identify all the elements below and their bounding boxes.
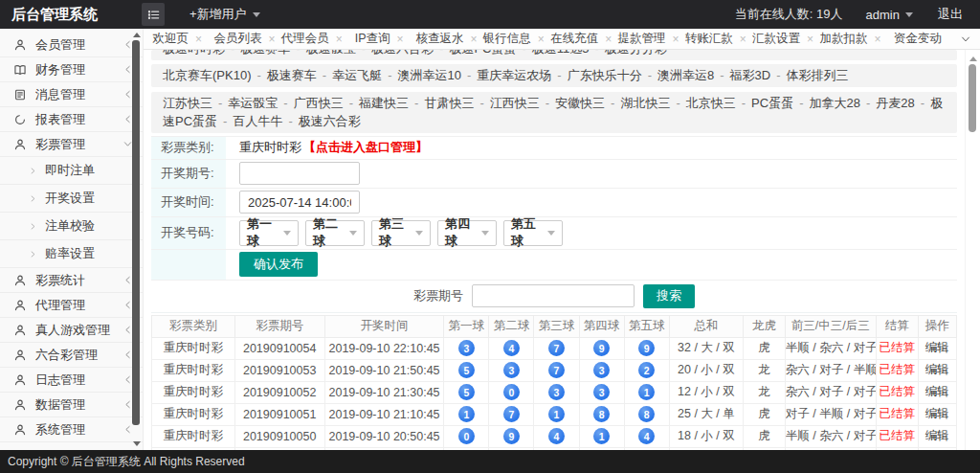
main-scrollbar[interactable] bbox=[965, 50, 980, 450]
sidebar-item[interactable]: 会员管理 bbox=[0, 33, 143, 57]
sidebar-item[interactable]: 代理管理 bbox=[0, 293, 143, 318]
lottery-link[interactable]: 极速六合彩 bbox=[299, 114, 361, 128]
sidebar-item[interactable]: 数据管理 bbox=[0, 393, 143, 417]
close-icon[interactable]: × bbox=[538, 34, 545, 45]
main-scrollbar-thumb[interactable] bbox=[969, 64, 976, 132]
tab-item[interactable]: 加款扣款× bbox=[816, 29, 883, 49]
sidebar-subitem[interactable]: 开奖设置 bbox=[0, 185, 143, 213]
sidebar-item[interactable]: 六合彩管理 bbox=[0, 343, 143, 368]
lottery-link[interactable]: 极速赛车 bbox=[240, 50, 290, 56]
sidebar-item[interactable]: 彩票管理 bbox=[0, 132, 143, 157]
close-icon[interactable]: × bbox=[672, 34, 679, 45]
lottery-link[interactable]: 安徽快三 bbox=[555, 96, 605, 110]
sidebar-subitem[interactable]: 注单校验 bbox=[0, 213, 143, 240]
sidebar-item[interactable]: 消息管理 bbox=[0, 82, 143, 107]
sidebar-scrollbar-thumb[interactable] bbox=[132, 40, 140, 425]
lottery-link[interactable]: 澳洲幸运8 bbox=[657, 68, 714, 82]
search-button[interactable]: 搜索 bbox=[643, 284, 695, 308]
lottery-link[interactable]: 广西快三 bbox=[294, 96, 344, 110]
lottery-link[interactable]: 澳洲幸运10 bbox=[398, 68, 461, 82]
tab-item[interactable]: 核查返水× bbox=[412, 29, 479, 49]
sidebar-scrollbar[interactable] bbox=[131, 29, 142, 450]
lottery-link[interactable]: 极速赛车 bbox=[267, 68, 317, 82]
close-icon[interactable]: × bbox=[740, 34, 746, 45]
tab-item[interactable]: 在线充值× bbox=[547, 29, 614, 49]
lottery-link[interactable]: 极速11选5 bbox=[532, 50, 590, 56]
close-icon[interactable]: × bbox=[195, 34, 202, 45]
cell-dragon-tiger: 虎 bbox=[744, 403, 786, 425]
search-issue-input[interactable] bbox=[472, 284, 635, 307]
tab-item[interactable]: 资金变动 bbox=[884, 29, 951, 49]
ball-select[interactable]: 第五球 bbox=[503, 220, 563, 246]
ball-select[interactable]: 第四球 bbox=[437, 220, 497, 246]
edit-link[interactable]: 编辑 bbox=[925, 429, 949, 442]
ball-select[interactable]: 第一球 bbox=[239, 220, 299, 246]
lottery-link[interactable]: 极速分分彩 bbox=[605, 50, 667, 56]
lottery-link[interactable]: 丹麦28 bbox=[876, 96, 914, 110]
lottery-link[interactable]: 北京赛车(PK10) bbox=[163, 68, 251, 82]
add-user-button[interactable]: +新增用户 bbox=[189, 6, 260, 23]
close-icon[interactable]: × bbox=[470, 34, 477, 45]
admin-menu[interactable]: admin bbox=[866, 8, 913, 22]
sidebar-item[interactable]: 彩票统计 bbox=[0, 268, 143, 293]
lottery-link[interactable]: 幸运飞艇 bbox=[332, 68, 382, 82]
lottery-link[interactable]: 江苏快三 bbox=[163, 96, 212, 110]
tab-item[interactable]: 转账汇款× bbox=[682, 29, 749, 49]
add-user-label: +新增用户 bbox=[189, 6, 247, 23]
edit-link[interactable]: 编辑 bbox=[925, 385, 949, 398]
lottery-link[interactable]: 湖北快三 bbox=[620, 96, 670, 110]
sidebar-item[interactable]: 财务管理 bbox=[0, 57, 143, 82]
close-icon[interactable]: × bbox=[807, 34, 813, 45]
issue-number-input[interactable] bbox=[239, 162, 360, 185]
lottery-link[interactable]: 极速六合彩 bbox=[371, 50, 434, 56]
lottery-link[interactable]: 体彩排列三 bbox=[787, 68, 849, 82]
close-icon[interactable]: × bbox=[336, 34, 343, 45]
sidebar-item[interactable]: 报表管理 bbox=[0, 107, 143, 132]
sidebar-item[interactable]: 真人游戏管理 bbox=[0, 318, 143, 343]
close-icon[interactable]: × bbox=[397, 34, 404, 45]
close-icon[interactable]: × bbox=[268, 34, 275, 45]
lottery-link[interactable]: 甘肃快三 bbox=[424, 96, 474, 110]
lottery-link[interactable]: 加拿大28 bbox=[810, 96, 860, 110]
lottery-link[interactable]: 重庆幸运农场 bbox=[477, 68, 551, 82]
close-icon[interactable]: × bbox=[874, 34, 880, 45]
lottery-link[interactable]: 北京快三 bbox=[686, 96, 736, 110]
tab-item[interactable]: 欢迎页× bbox=[144, 29, 211, 49]
sidebar-item[interactable]: 系统管理 bbox=[0, 417, 143, 442]
tab-overflow-button[interactable] bbox=[951, 29, 980, 49]
scroll-up-icon[interactable] bbox=[133, 33, 141, 37]
ball-number: 3 bbox=[593, 362, 610, 378]
tab-item[interactable]: 会员列表× bbox=[211, 29, 278, 49]
market-manage-link[interactable]: 【点击进入盘口管理】 bbox=[303, 139, 428, 156]
lottery-link[interactable]: 极速PC蛋蛋 bbox=[449, 50, 516, 56]
sidebar-toggle-button[interactable] bbox=[142, 3, 165, 26]
ball-select[interactable]: 第二球 bbox=[305, 220, 365, 246]
sidebar-subitem[interactable]: 即时注单 bbox=[0, 157, 143, 185]
edit-link[interactable]: 编辑 bbox=[925, 363, 949, 376]
lottery-link[interactable]: 幸运骰宝 bbox=[228, 96, 278, 110]
tab-item[interactable]: 提款管理× bbox=[614, 29, 681, 49]
lottery-link[interactable]: 极速时时彩 bbox=[163, 50, 225, 56]
lottery-link[interactable]: 福彩3D bbox=[730, 68, 771, 82]
scroll-up-icon[interactable] bbox=[969, 56, 977, 61]
close-icon[interactable]: × bbox=[605, 34, 612, 45]
lottery-link[interactable]: 江西快三 bbox=[490, 96, 540, 110]
lottery-link[interactable]: 福建快三 bbox=[359, 96, 409, 110]
confirm-publish-button[interactable]: 确认发布 bbox=[239, 252, 318, 277]
logout-button[interactable]: 退出 bbox=[938, 6, 963, 23]
scroll-down-icon[interactable] bbox=[133, 441, 141, 446]
tab-item[interactable]: 汇款设置× bbox=[749, 29, 816, 49]
sidebar-item[interactable]: 日志管理 bbox=[0, 368, 143, 393]
tab-item[interactable]: IP查询× bbox=[345, 29, 412, 49]
lottery-link[interactable]: 广东快乐十分 bbox=[568, 68, 642, 82]
lottery-link[interactable]: PC蛋蛋 bbox=[751, 96, 793, 110]
lottery-link[interactable]: 百人牛牛 bbox=[233, 114, 282, 128]
draw-time-input[interactable] bbox=[239, 191, 360, 214]
ball-select[interactable]: 第三球 bbox=[371, 220, 431, 246]
tab-item[interactable]: 代理会员× bbox=[278, 29, 345, 49]
edit-link[interactable]: 编辑 bbox=[925, 407, 949, 420]
lottery-link[interactable]: 极速骰宝 bbox=[306, 50, 356, 56]
tab-item[interactable]: 银行信息× bbox=[480, 29, 547, 49]
edit-link[interactable]: 编辑 bbox=[925, 341, 949, 354]
sidebar-subitem[interactable]: 赔率设置 bbox=[0, 240, 143, 268]
